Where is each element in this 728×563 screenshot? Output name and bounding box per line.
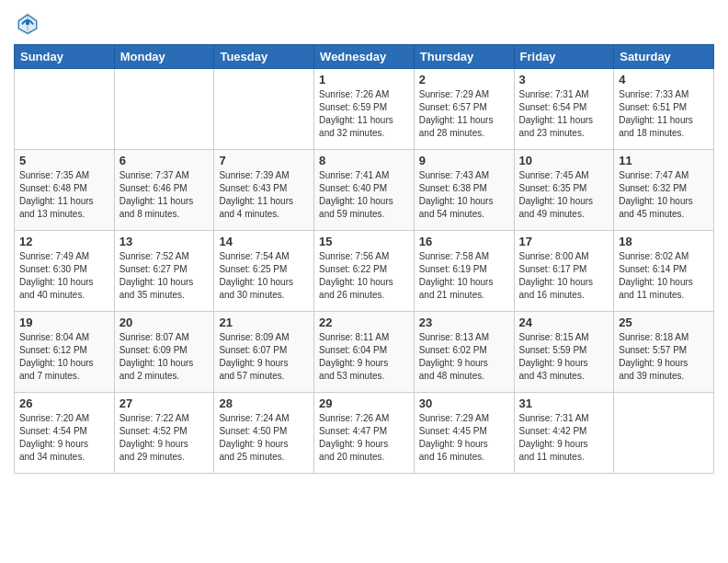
day-info: Sunrise: 8:00 AMSunset: 6:17 PMDaylight:…	[519, 250, 609, 302]
day-number: 28	[219, 396, 309, 410]
calendar-cell: 4Sunrise: 7:33 AMSunset: 6:51 PMDaylight…	[614, 69, 714, 150]
calendar-cell: 28Sunrise: 7:24 AMSunset: 4:50 PMDayligh…	[214, 393, 314, 474]
calendar-cell: 7Sunrise: 7:39 AMSunset: 6:43 PMDaylight…	[214, 150, 314, 231]
day-info: Sunrise: 7:47 AMSunset: 6:32 PMDaylight:…	[619, 169, 709, 221]
calendar-cell: 5Sunrise: 7:35 AMSunset: 6:48 PMDaylight…	[15, 150, 115, 231]
day-number: 5	[19, 154, 109, 167]
day-info: Sunrise: 7:29 AMSunset: 6:57 PMDaylight:…	[419, 88, 509, 140]
day-info: Sunrise: 7:22 AMSunset: 4:52 PMDaylight:…	[119, 412, 210, 464]
day-number: 29	[319, 396, 409, 410]
day-info: Sunrise: 7:33 AMSunset: 6:51 PMDaylight:…	[619, 88, 709, 140]
day-number: 7	[219, 154, 309, 167]
calendar-cell: 20Sunrise: 8:07 AMSunset: 6:09 PMDayligh…	[114, 312, 214, 393]
day-number: 1	[319, 73, 409, 86]
day-info: Sunrise: 7:56 AMSunset: 6:22 PMDaylight:…	[319, 250, 409, 302]
calendar-header-row: SundayMondayTuesdayWednesdayThursdayFrid…	[15, 45, 714, 69]
calendar-cell: 11Sunrise: 7:47 AMSunset: 6:32 PMDayligh…	[614, 150, 714, 231]
day-number: 25	[619, 316, 709, 329]
day-info: Sunrise: 7:24 AMSunset: 4:50 PMDaylight:…	[219, 412, 309, 464]
day-number: 14	[219, 235, 309, 248]
day-info: Sunrise: 7:26 AMSunset: 6:59 PMDaylight:…	[319, 88, 409, 140]
day-number: 2	[419, 73, 509, 86]
calendar-cell: 2Sunrise: 7:29 AMSunset: 6:57 PMDaylight…	[414, 69, 514, 150]
day-number: 15	[319, 235, 409, 248]
day-info: Sunrise: 7:31 AMSunset: 6:54 PMDaylight:…	[519, 88, 609, 140]
day-info: Sunrise: 8:13 AMSunset: 6:02 PMDaylight:…	[419, 331, 509, 383]
calendar-cell: 16Sunrise: 7:58 AMSunset: 6:19 PMDayligh…	[414, 231, 514, 312]
day-number: 8	[319, 154, 409, 167]
day-header-sunday: Sunday	[15, 45, 115, 69]
day-number: 24	[519, 316, 609, 329]
calendar-cell: 8Sunrise: 7:41 AMSunset: 6:40 PMDaylight…	[314, 150, 415, 231]
day-number: 9	[419, 154, 509, 167]
day-number: 10	[519, 154, 609, 167]
day-info: Sunrise: 7:43 AMSunset: 6:38 PMDaylight:…	[419, 169, 509, 221]
calendar-week-1: 1Sunrise: 7:26 AMSunset: 6:59 PMDaylight…	[15, 69, 714, 150]
day-number: 11	[619, 154, 709, 167]
calendar-cell: 13Sunrise: 7:52 AMSunset: 6:27 PMDayligh…	[114, 231, 214, 312]
svg-point-2	[26, 21, 30, 26]
day-info: Sunrise: 8:02 AMSunset: 6:14 PMDaylight:…	[619, 250, 709, 302]
day-number: 6	[119, 154, 210, 167]
calendar-cell: 12Sunrise: 7:49 AMSunset: 6:30 PMDayligh…	[15, 231, 115, 312]
day-info: Sunrise: 7:26 AMSunset: 4:47 PMDaylight:…	[319, 412, 409, 464]
calendar-cell: 15Sunrise: 7:56 AMSunset: 6:22 PMDayligh…	[314, 231, 415, 312]
page: SundayMondayTuesdayWednesdayThursdayFrid…	[0, 0, 728, 488]
calendar-cell: 23Sunrise: 8:13 AMSunset: 6:02 PMDayligh…	[414, 312, 514, 393]
calendar-cell	[15, 69, 115, 150]
calendar-cell	[614, 393, 714, 474]
day-number: 3	[519, 73, 609, 86]
day-info: Sunrise: 8:04 AMSunset: 6:12 PMDaylight:…	[19, 331, 109, 383]
day-number: 21	[219, 316, 309, 329]
calendar-cell: 6Sunrise: 7:37 AMSunset: 6:46 PMDaylight…	[114, 150, 214, 231]
calendar-cell: 3Sunrise: 7:31 AMSunset: 6:54 PMDaylight…	[514, 69, 614, 150]
calendar-cell: 9Sunrise: 7:43 AMSunset: 6:38 PMDaylight…	[414, 150, 514, 231]
day-info: Sunrise: 7:35 AMSunset: 6:48 PMDaylight:…	[19, 169, 109, 221]
day-number: 23	[419, 316, 509, 329]
day-info: Sunrise: 7:41 AMSunset: 6:40 PMDaylight:…	[319, 169, 409, 221]
day-number: 13	[119, 235, 210, 248]
calendar-cell: 18Sunrise: 8:02 AMSunset: 6:14 PMDayligh…	[614, 231, 714, 312]
calendar-cell: 14Sunrise: 7:54 AMSunset: 6:25 PMDayligh…	[214, 231, 314, 312]
calendar-cell: 29Sunrise: 7:26 AMSunset: 4:47 PMDayligh…	[314, 393, 415, 474]
day-number: 30	[419, 396, 509, 410]
day-number: 22	[319, 316, 409, 329]
calendar-cell: 17Sunrise: 8:00 AMSunset: 6:17 PMDayligh…	[514, 231, 614, 312]
day-info: Sunrise: 7:31 AMSunset: 4:42 PMDaylight:…	[519, 412, 609, 464]
calendar-cell: 10Sunrise: 7:45 AMSunset: 6:35 PMDayligh…	[514, 150, 614, 231]
day-number: 16	[419, 235, 509, 248]
day-header-wednesday: Wednesday	[314, 45, 415, 69]
day-info: Sunrise: 7:29 AMSunset: 4:45 PMDaylight:…	[419, 412, 509, 464]
day-info: Sunrise: 7:45 AMSunset: 6:35 PMDaylight:…	[519, 169, 609, 221]
day-number: 4	[619, 73, 709, 86]
day-header-saturday: Saturday	[614, 45, 714, 69]
day-number: 12	[19, 235, 109, 248]
calendar-cell: 24Sunrise: 8:15 AMSunset: 5:59 PMDayligh…	[514, 312, 614, 393]
day-number: 26	[19, 396, 109, 410]
day-info: Sunrise: 8:09 AMSunset: 6:07 PMDaylight:…	[219, 331, 309, 383]
calendar-cell: 26Sunrise: 7:20 AMSunset: 4:54 PMDayligh…	[15, 393, 115, 474]
day-number: 20	[119, 316, 210, 329]
day-number: 31	[519, 396, 609, 410]
calendar-week-4: 19Sunrise: 8:04 AMSunset: 6:12 PMDayligh…	[15, 312, 714, 393]
calendar-cell: 25Sunrise: 8:18 AMSunset: 5:57 PMDayligh…	[614, 312, 714, 393]
day-info: Sunrise: 7:49 AMSunset: 6:30 PMDaylight:…	[19, 250, 109, 302]
day-number: 19	[19, 316, 109, 329]
calendar-cell	[114, 69, 214, 150]
calendar-cell: 30Sunrise: 7:29 AMSunset: 4:45 PMDayligh…	[414, 393, 514, 474]
day-header-thursday: Thursday	[414, 45, 514, 69]
day-info: Sunrise: 7:20 AMSunset: 4:54 PMDaylight:…	[19, 412, 109, 464]
day-info: Sunrise: 7:52 AMSunset: 6:27 PMDaylight:…	[119, 250, 210, 302]
day-info: Sunrise: 7:54 AMSunset: 6:25 PMDaylight:…	[219, 250, 309, 302]
day-info: Sunrise: 7:39 AMSunset: 6:43 PMDaylight:…	[219, 169, 309, 221]
calendar-table: SundayMondayTuesdayWednesdayThursdayFrid…	[14, 44, 714, 474]
day-info: Sunrise: 8:15 AMSunset: 5:59 PMDaylight:…	[519, 331, 609, 383]
calendar-week-2: 5Sunrise: 7:35 AMSunset: 6:48 PMDaylight…	[15, 150, 714, 231]
calendar-cell: 22Sunrise: 8:11 AMSunset: 6:04 PMDayligh…	[314, 312, 415, 393]
logo-icon	[14, 9, 41, 37]
day-info: Sunrise: 7:58 AMSunset: 6:19 PMDaylight:…	[419, 250, 509, 302]
day-number: 18	[619, 235, 709, 248]
header	[14, 9, 714, 37]
logo	[14, 9, 45, 37]
day-info: Sunrise: 8:07 AMSunset: 6:09 PMDaylight:…	[119, 331, 210, 383]
